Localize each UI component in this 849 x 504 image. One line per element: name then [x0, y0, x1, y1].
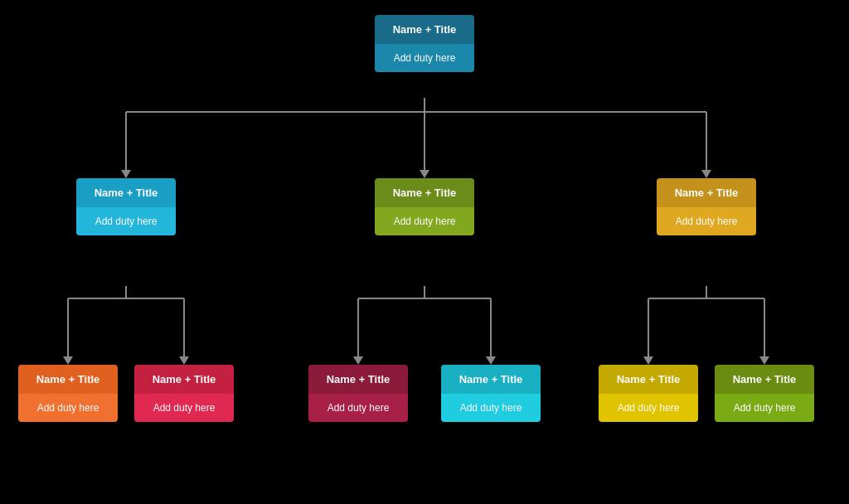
node-l1-right-duty: Add duty here	[657, 207, 756, 235]
node-l2-1-label: Name + Title	[18, 365, 118, 394]
node-l2-3-label: Name + Title	[308, 365, 408, 394]
node-l2-2[interactable]: Name + Title Add duty here	[134, 365, 234, 422]
node-l2-6[interactable]: Name + Title Add duty here	[715, 365, 814, 422]
node-l2-2-label: Name + Title	[134, 365, 234, 394]
node-l2-3-duty: Add duty here	[308, 394, 408, 422]
svg-marker-7	[701, 170, 711, 178]
node-l2-6-label: Name + Title	[715, 365, 814, 394]
org-chart: Name + Title Add duty here Name + Title …	[0, 0, 849, 504]
svg-marker-12	[63, 356, 73, 365]
node-l2-4-label: Name + Title	[441, 365, 541, 394]
node-l2-3[interactable]: Name + Title Add duty here	[308, 365, 408, 422]
svg-marker-13	[179, 356, 189, 365]
node-root-duty: Add duty here	[375, 44, 474, 72]
node-l1-left[interactable]: Name + Title Add duty here	[76, 178, 176, 235]
svg-marker-6	[420, 170, 429, 178]
svg-marker-24	[643, 356, 653, 365]
node-l2-1[interactable]: Name + Title Add duty here	[18, 365, 118, 422]
node-root[interactable]: Name + Title Add duty here	[375, 15, 474, 72]
node-l1-right-label: Name + Title	[657, 178, 756, 207]
node-root-label: Name + Title	[375, 15, 474, 44]
node-l1-mid-label: Name + Title	[375, 178, 474, 207]
node-l1-right[interactable]: Name + Title Add duty here	[657, 178, 756, 235]
node-l2-5-label: Name + Title	[599, 365, 698, 394]
node-l2-5-duty: Add duty here	[599, 394, 698, 422]
svg-marker-25	[759, 356, 769, 365]
node-l1-mid-duty: Add duty here	[375, 207, 474, 235]
node-l2-5[interactable]: Name + Title Add duty here	[599, 365, 698, 422]
svg-marker-18	[353, 356, 363, 365]
node-l2-4-duty: Add duty here	[441, 394, 541, 422]
node-l2-2-duty: Add duty here	[134, 394, 234, 422]
node-l1-left-duty: Add duty here	[76, 207, 176, 235]
node-l2-6-duty: Add duty here	[715, 394, 814, 422]
node-l1-mid[interactable]: Name + Title Add duty here	[375, 178, 474, 235]
node-l2-1-duty: Add duty here	[18, 394, 118, 422]
svg-marker-19	[486, 356, 496, 365]
node-l1-left-label: Name + Title	[76, 178, 176, 207]
connectors-svg	[0, 0, 849, 504]
node-l2-4[interactable]: Name + Title Add duty here	[441, 365, 541, 422]
svg-marker-5	[121, 170, 131, 178]
